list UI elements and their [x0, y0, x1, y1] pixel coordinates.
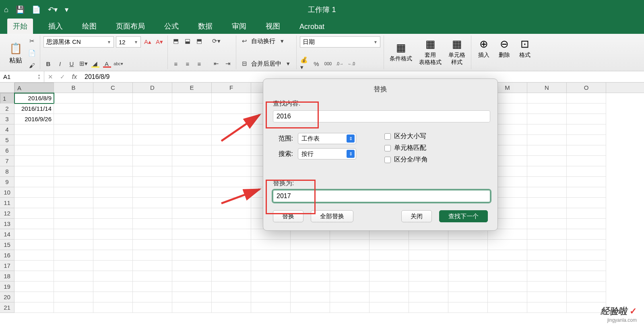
cell[interactable] [133, 114, 172, 124]
cell[interactable] [527, 156, 567, 166]
cell[interactable] [172, 103, 212, 114]
cell[interactable]: 2016/8/9 [14, 93, 54, 103]
cell[interactable] [14, 124, 54, 135]
cell[interactable] [133, 103, 172, 114]
cell[interactable] [172, 166, 212, 177]
cell[interactable] [527, 198, 567, 208]
cell[interactable] [93, 219, 133, 229]
format-cells-button[interactable]: ⊡格式 [516, 36, 534, 60]
cell[interactable] [133, 271, 172, 281]
cell[interactable] [369, 250, 409, 261]
column-header[interactable]: E [172, 83, 212, 93]
cell[interactable] [14, 229, 54, 240]
orientation-icon[interactable]: ⟳▾ [211, 36, 221, 46]
cell[interactable] [93, 198, 133, 208]
cell[interactable] [330, 261, 369, 271]
close-button[interactable]: 关闭 [401, 210, 432, 222]
cell[interactable] [133, 208, 172, 219]
border-button[interactable]: ⊞▾ [78, 59, 88, 68]
cell[interactable] [212, 302, 251, 313]
cell[interactable] [291, 240, 330, 250]
match-cell-checkbox[interactable]: 单元格匹配 [384, 144, 428, 152]
align-top-icon[interactable]: ⬒ [171, 36, 181, 46]
cell[interactable] [172, 177, 212, 187]
cell[interactable] [54, 177, 93, 187]
phonetic-button[interactable]: abc▾ [114, 59, 123, 68]
fill-color-button[interactable]: ◢ [90, 59, 100, 68]
align-left-icon[interactable]: ≡ [171, 59, 181, 68]
select-all-corner[interactable] [0, 83, 14, 93]
cell[interactable] [133, 302, 172, 313]
cell[interactable] [54, 124, 93, 135]
row-header[interactable]: 19 [0, 281, 14, 292]
paste-button[interactable]: 📋 粘贴 [6, 41, 25, 66]
cell[interactable] [567, 124, 606, 135]
row-header[interactable]: 6 [0, 145, 14, 156]
cell[interactable] [54, 103, 93, 114]
cell[interactable] [448, 302, 488, 313]
cell[interactable] [54, 250, 93, 261]
cell[interactable] [448, 240, 488, 250]
cell[interactable] [212, 208, 251, 219]
cell[interactable] [212, 177, 251, 187]
cell[interactable] [172, 281, 212, 292]
tab-review[interactable]: 审阅 [228, 19, 250, 34]
cell[interactable] [212, 292, 251, 302]
align-bottom-icon[interactable]: ⬒ [194, 36, 204, 46]
align-center-icon[interactable]: ≡ [183, 59, 192, 68]
cell[interactable] [251, 271, 291, 281]
cell[interactable] [567, 292, 606, 302]
cell[interactable] [527, 93, 567, 103]
cell[interactable] [212, 271, 251, 281]
cell[interactable]: 2016/9/26 [14, 114, 54, 124]
cell[interactable] [133, 135, 172, 145]
cell[interactable] [212, 114, 251, 124]
align-middle-icon[interactable]: ⬓ [183, 36, 192, 46]
format-painter-icon[interactable]: 🖌 [27, 60, 37, 70]
cell[interactable] [54, 145, 93, 156]
cell[interactable] [369, 302, 409, 313]
cell[interactable] [567, 145, 606, 156]
cell[interactable] [527, 177, 567, 187]
cell[interactable] [212, 103, 251, 114]
font-name-select[interactable]: 思源黑体 CN▼ [43, 36, 114, 48]
row-header[interactable]: 18 [0, 271, 14, 281]
cell[interactable] [527, 219, 567, 229]
cell[interactable] [409, 292, 448, 302]
cell[interactable] [93, 271, 133, 281]
cell[interactable] [488, 261, 527, 271]
row-header[interactable]: 1 [0, 93, 14, 104]
cell[interactable] [527, 229, 567, 240]
cell[interactable] [54, 271, 93, 281]
row-header[interactable]: 8 [0, 166, 14, 177]
cell[interactable] [409, 261, 448, 271]
cell[interactable] [488, 240, 527, 250]
cell[interactable] [172, 292, 212, 302]
replace-button[interactable]: 替换 [273, 210, 303, 222]
cell[interactable] [212, 261, 251, 271]
cell-style-button[interactable]: ▦单元格 样式 [446, 36, 468, 67]
cell[interactable] [212, 166, 251, 177]
cell[interactable] [133, 124, 172, 135]
cell[interactable] [172, 208, 212, 219]
cell[interactable] [133, 198, 172, 208]
cell[interactable] [93, 187, 133, 198]
cell[interactable] [369, 261, 409, 271]
cell[interactable] [212, 250, 251, 261]
merge-icon[interactable]: ⊟ [239, 59, 249, 68]
cell[interactable] [54, 240, 93, 250]
cell[interactable] [527, 135, 567, 145]
cell[interactable] [369, 271, 409, 281]
number-format-select[interactable]: 日期▼ [300, 36, 380, 48]
formula-value[interactable]: 2016/8/9 [80, 73, 109, 81]
cell[interactable] [172, 114, 212, 124]
cell[interactable] [14, 219, 54, 229]
cell[interactable] [54, 187, 93, 198]
cell[interactable] [172, 240, 212, 250]
cell[interactable] [369, 292, 409, 302]
font-color-button[interactable]: A [102, 59, 111, 68]
cell[interactable] [567, 166, 606, 177]
conditional-format-button[interactable]: ▦条件格式 [387, 40, 415, 63]
cell[interactable] [172, 135, 212, 145]
save-icon[interactable]: 💾 [16, 5, 25, 14]
